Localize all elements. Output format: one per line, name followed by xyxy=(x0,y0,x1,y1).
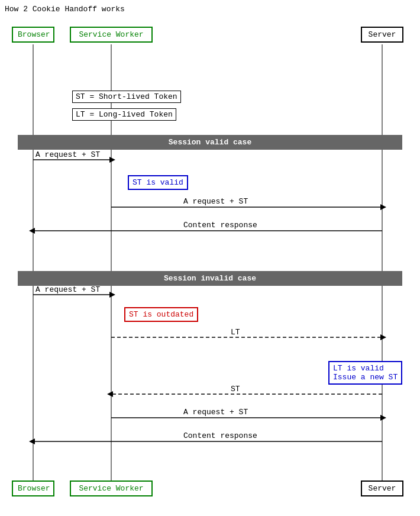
svg-marker-8 xyxy=(29,228,35,234)
label-request-st-3: A request + ST xyxy=(35,285,100,294)
label-request-st-2: A request + ST xyxy=(183,197,248,206)
label-request-st-4: A request + ST xyxy=(183,408,248,417)
label-content-response-1: Content response xyxy=(183,221,257,230)
label-request-st-1: A request + ST xyxy=(35,150,100,159)
st-definition: ST = Short-lived Token xyxy=(72,91,181,103)
actor-browser-bottom: Browser xyxy=(12,480,54,496)
svg-marker-14 xyxy=(107,391,113,397)
section-valid-header: Session valid case xyxy=(18,135,402,150)
svg-marker-10 xyxy=(109,292,115,298)
svg-marker-12 xyxy=(380,334,386,340)
svg-marker-18 xyxy=(29,438,35,444)
actor-service-worker-top: Service Worker xyxy=(70,27,153,43)
svg-marker-16 xyxy=(380,415,386,421)
title: How 2 Cookie Handoff works xyxy=(5,5,125,14)
note-lt-valid: LT is valid Issue a new ST xyxy=(328,361,402,385)
actor-server-top: Server xyxy=(361,27,403,43)
label-lt: LT xyxy=(231,328,240,337)
label-st: ST xyxy=(231,385,240,394)
note-st-valid: ST is valid xyxy=(128,175,188,190)
label-content-response-2: Content response xyxy=(183,431,257,440)
diagram: How 2 Cookie Handoff works xyxy=(0,0,420,516)
section-invalid-header: Session invalid case xyxy=(18,271,402,286)
note-st-outdated: ST is outdated xyxy=(124,307,198,322)
lt-definition: LT = Long-lived Token xyxy=(72,108,176,121)
svg-marker-6 xyxy=(380,204,386,210)
actor-browser-top: Browser xyxy=(12,27,54,43)
actor-service-worker-bottom: Service Worker xyxy=(70,480,153,496)
svg-marker-4 xyxy=(109,157,115,163)
actor-server-bottom: Server xyxy=(361,480,403,496)
